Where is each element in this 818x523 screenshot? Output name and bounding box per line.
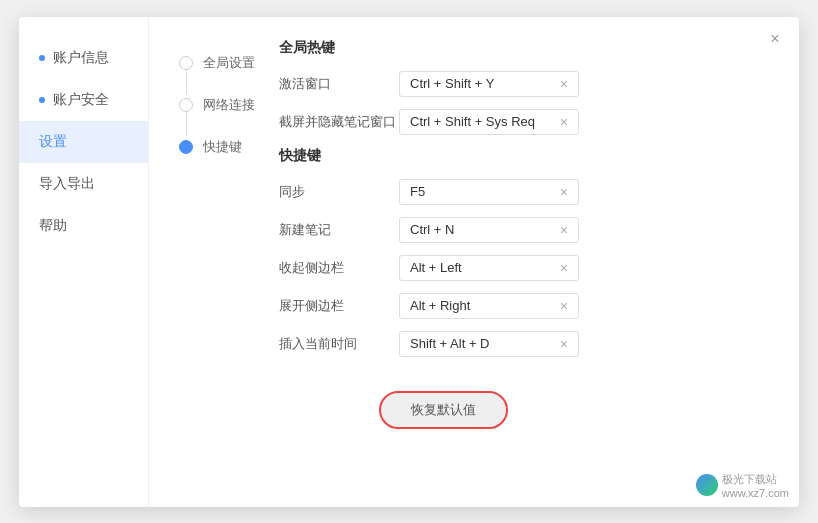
hotkey-label-collapse-sidebar: 收起侧边栏 xyxy=(279,259,399,277)
watermark: 极光下载站 www.xz7.com xyxy=(696,472,789,499)
sidebar-label-account-security: 账户安全 xyxy=(53,91,109,109)
sidebar-label-import-export: 导入导出 xyxy=(39,175,95,193)
watermark-site-name: 极光下载站 xyxy=(722,472,789,487)
hotkey-row-collapse-sidebar: 收起侧边栏 Alt + Left × xyxy=(279,255,769,281)
nav-label-global-settings: 全局设置 xyxy=(203,54,255,72)
sidebar-label-help: 帮助 xyxy=(39,217,67,235)
hotkey-row-insert-time: 插入当前时间 Shift + Alt + D × xyxy=(279,331,769,357)
content-area: 全局设置 网络连接 快捷键 全局热键 激活窗口 Ctrl + xyxy=(179,37,769,429)
dot-icon xyxy=(39,97,45,103)
hotkey-label-sync: 同步 xyxy=(279,183,399,201)
hotkey-clear-new-note[interactable]: × xyxy=(560,222,568,238)
sidebar-item-account-info[interactable]: 账户信息 xyxy=(19,37,148,79)
hotkey-value-new-note: Ctrl + N xyxy=(410,222,552,237)
dot-icon xyxy=(39,55,45,61)
hotkey-value-screenshot-hide: Ctrl + Shift + Sys Req xyxy=(410,114,552,129)
timeline-dot-global xyxy=(179,56,193,70)
timeline-dot-shortcuts xyxy=(179,140,193,154)
shortcuts-title: 快捷键 xyxy=(279,147,769,165)
hotkey-value-sync: F5 xyxy=(410,184,552,199)
timeline-nav: 全局设置 网络连接 快捷键 xyxy=(179,37,269,429)
hotkey-row-sync: 同步 F5 × xyxy=(279,179,769,205)
hotkey-input-expand-sidebar[interactable]: Alt + Right × xyxy=(399,293,579,319)
hotkey-clear-collapse-sidebar[interactable]: × xyxy=(560,260,568,276)
settings-dialog: × 账户信息 账户安全 设置 导入导出 帮助 全局设置 xyxy=(19,17,799,507)
hotkey-input-sync[interactable]: F5 × xyxy=(399,179,579,205)
hotkey-clear-insert-time[interactable]: × xyxy=(560,336,568,352)
hotkey-input-insert-time[interactable]: Shift + Alt + D × xyxy=(399,331,579,357)
hotkey-value-activate-window: Ctrl + Shift + Y xyxy=(410,76,552,91)
nav-label-network: 网络连接 xyxy=(203,96,255,114)
nav-label-shortcuts: 快捷键 xyxy=(203,138,242,156)
hotkey-input-screenshot-hide[interactable]: Ctrl + Shift + Sys Req × xyxy=(399,109,579,135)
hotkey-row-activate-window: 激活窗口 Ctrl + Shift + Y × xyxy=(279,71,769,97)
global-hotkeys-title: 全局热键 xyxy=(279,39,769,57)
close-icon: × xyxy=(770,30,779,48)
hotkey-label-activate-window: 激活窗口 xyxy=(279,75,399,93)
hotkey-label-new-note: 新建笔记 xyxy=(279,221,399,239)
nav-item-global-settings[interactable]: 全局设置 xyxy=(179,42,269,84)
hotkey-value-insert-time: Shift + Alt + D xyxy=(410,336,552,351)
sidebar-label-settings: 设置 xyxy=(39,133,67,151)
close-button[interactable]: × xyxy=(765,29,785,49)
hotkey-clear-screenshot-hide[interactable]: × xyxy=(560,114,568,130)
hotkey-input-new-note[interactable]: Ctrl + N × xyxy=(399,217,579,243)
timeline-dot-network xyxy=(179,98,193,112)
sidebar-label-account-info: 账户信息 xyxy=(53,49,109,67)
watermark-text: 极光下载站 www.xz7.com xyxy=(722,472,789,499)
sidebar-item-settings[interactable]: 设置 xyxy=(19,121,148,163)
right-panel: 全局热键 激活窗口 Ctrl + Shift + Y × 截屏并隐藏笔记窗口 C… xyxy=(269,37,769,429)
sidebar-item-account-security[interactable]: 账户安全 xyxy=(19,79,148,121)
hotkey-value-expand-sidebar: Alt + Right xyxy=(410,298,552,313)
hotkey-row-screenshot-hide: 截屏并隐藏笔记窗口 Ctrl + Shift + Sys Req × xyxy=(279,109,769,135)
watermark-logo xyxy=(696,474,718,496)
hotkey-value-collapse-sidebar: Alt + Left xyxy=(410,260,552,275)
hotkey-label-screenshot-hide: 截屏并隐藏笔记窗口 xyxy=(279,113,399,131)
main-content: 全局设置 网络连接 快捷键 全局热键 激活窗口 Ctrl + xyxy=(149,17,799,507)
hotkey-label-insert-time: 插入当前时间 xyxy=(279,335,399,353)
hotkey-row-expand-sidebar: 展开侧边栏 Alt + Right × xyxy=(279,293,769,319)
sidebar: 账户信息 账户安全 设置 导入导出 帮助 xyxy=(19,17,149,507)
sidebar-item-help[interactable]: 帮助 xyxy=(19,205,148,247)
hotkey-clear-expand-sidebar[interactable]: × xyxy=(560,298,568,314)
sidebar-item-import-export[interactable]: 导入导出 xyxy=(19,163,148,205)
restore-defaults-button[interactable]: 恢复默认值 xyxy=(379,391,508,429)
watermark-url: www.xz7.com xyxy=(722,487,789,499)
nav-item-network[interactable]: 网络连接 xyxy=(179,84,269,126)
hotkey-clear-activate-window[interactable]: × xyxy=(560,76,568,92)
hotkey-input-activate-window[interactable]: Ctrl + Shift + Y × xyxy=(399,71,579,97)
hotkey-input-collapse-sidebar[interactable]: Alt + Left × xyxy=(399,255,579,281)
hotkey-clear-sync[interactable]: × xyxy=(560,184,568,200)
hotkey-label-expand-sidebar: 展开侧边栏 xyxy=(279,297,399,315)
hotkey-row-new-note: 新建笔记 Ctrl + N × xyxy=(279,217,769,243)
nav-item-shortcuts[interactable]: 快捷键 xyxy=(179,126,269,168)
